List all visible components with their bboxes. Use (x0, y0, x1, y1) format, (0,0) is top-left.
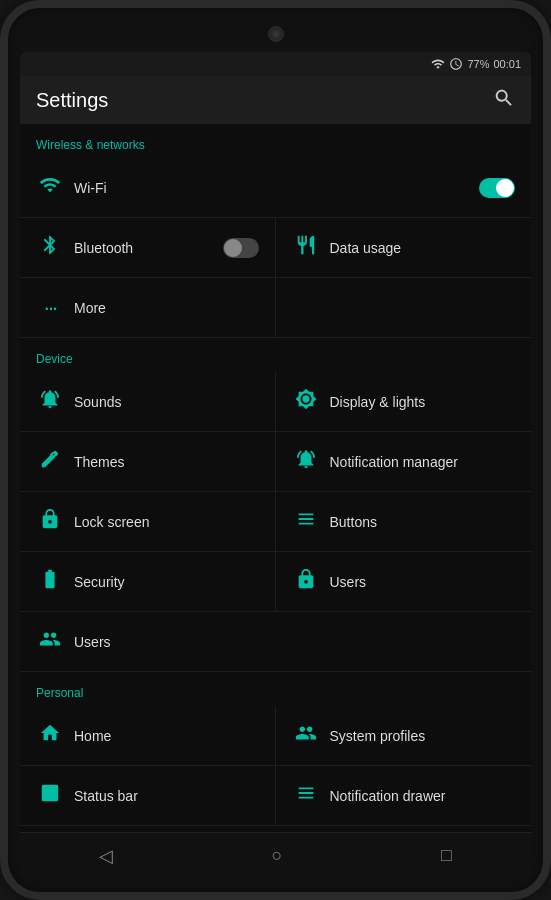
bluetooth-icon (36, 234, 64, 261)
themes-item[interactable]: Themes (20, 432, 276, 492)
themes-label: Themes (74, 454, 125, 470)
more-icon: ··· (36, 295, 64, 321)
back-button[interactable]: ◁ (79, 837, 133, 875)
home-label: Home (74, 728, 111, 744)
sounds-icon (36, 388, 64, 415)
system-profiles-item[interactable]: System profiles (276, 706, 532, 766)
system-profiles-label: System profiles (330, 728, 426, 744)
bluetooth-item[interactable]: Bluetooth (20, 218, 276, 278)
notification-manager-icon (292, 448, 320, 475)
bluetooth-toggle-knob (224, 239, 242, 257)
lock-screen-icon (36, 508, 64, 535)
battery-label: Security (74, 574, 125, 590)
display-lights-item[interactable]: Display & lights (276, 372, 532, 432)
buttons-icon (292, 508, 320, 535)
home-nav-button[interactable]: ○ (252, 837, 303, 874)
home-item[interactable]: Home (20, 706, 276, 766)
wifi-label: Wi-Fi (74, 180, 107, 196)
section-personal-header: Personal (20, 672, 531, 706)
security-label: Users (330, 574, 367, 590)
users-left: Users Users (36, 628, 111, 655)
data-usage-item[interactable]: Data usage (276, 218, 532, 278)
time-status: 00:01 (493, 58, 521, 70)
nav-bar: ◁ ○ □ (20, 832, 531, 878)
bluetooth-label: Bluetooth (74, 240, 133, 256)
status-bar-icons: 77% 00:01 (431, 57, 521, 71)
security-icon (292, 568, 320, 595)
more-label: More (74, 300, 106, 316)
device-frame: 77% 00:01 Settings Wireless & networks W… (0, 0, 551, 900)
bluetooth-inner: Bluetooth (36, 234, 133, 261)
screen: 77% 00:01 Settings Wireless & networks W… (20, 52, 531, 878)
recents-button[interactable]: □ (421, 837, 472, 874)
buttons-item[interactable]: Buttons (276, 492, 532, 552)
battery-status: 77% (467, 58, 489, 70)
section-wireless-header: Wireless & networks (20, 124, 531, 158)
wifi-toggle-knob (496, 179, 514, 197)
wifi-item[interactable]: Wi-Fi (20, 158, 531, 218)
status-bar: 77% 00:01 (20, 52, 531, 76)
sounds-item[interactable]: Sounds (20, 372, 276, 432)
search-icon (493, 87, 515, 109)
sounds-label: Sounds (74, 394, 121, 410)
notification-drawer-icon (292, 782, 320, 809)
notification-manager-label: Notification manager (330, 454, 458, 470)
search-button[interactable] (493, 87, 515, 114)
users-item[interactable]: Users Users (20, 612, 531, 672)
status-bar-item[interactable]: Status bar (20, 766, 276, 826)
section-device-header: Device (20, 338, 531, 372)
alarm-status-icon (449, 57, 463, 71)
users-label-text: Users (74, 634, 111, 650)
notification-manager-item[interactable]: Notification manager (276, 432, 532, 492)
wifi-status-icon (431, 57, 445, 71)
notification-drawer-item[interactable]: Notification drawer (276, 766, 532, 826)
data-usage-label: Data usage (330, 240, 402, 256)
lock-screen-label: Lock screen (74, 514, 149, 530)
security-item[interactable]: Users (276, 552, 532, 612)
data-usage-icon (292, 234, 320, 261)
users-icon (36, 628, 64, 655)
wifi-toggle[interactable] (479, 178, 515, 198)
buttons-label: Buttons (330, 514, 377, 530)
more-item[interactable]: ··· More (20, 278, 276, 338)
battery-item[interactable]: Security (20, 552, 276, 612)
device-grid: Sounds Display & lights Themes (20, 372, 531, 612)
empty-cell (276, 278, 532, 338)
settings-content: Wireless & networks Wi-Fi (20, 124, 531, 832)
lock-screen-item[interactable]: Lock screen (20, 492, 276, 552)
status-bar-icon (36, 782, 64, 809)
wifi-icon (36, 174, 64, 201)
bluetooth-toggle[interactable] (223, 238, 259, 258)
camera (268, 26, 284, 42)
home-icon (36, 722, 64, 749)
display-lights-label: Display & lights (330, 394, 426, 410)
app-bar: Settings (20, 76, 531, 124)
themes-icon (36, 448, 64, 475)
app-title: Settings (36, 89, 108, 112)
system-profiles-icon (292, 722, 320, 749)
notification-drawer-label: Notification drawer (330, 788, 446, 804)
wifi-left: Wi-Fi (36, 174, 107, 201)
personal-grid: Home System profiles Status bar (20, 706, 531, 826)
display-lights-icon (292, 388, 320, 415)
wireless-grid: Bluetooth Data usage ··· More (20, 218, 531, 338)
battery-icon (36, 568, 64, 595)
status-bar-label: Status bar (74, 788, 138, 804)
